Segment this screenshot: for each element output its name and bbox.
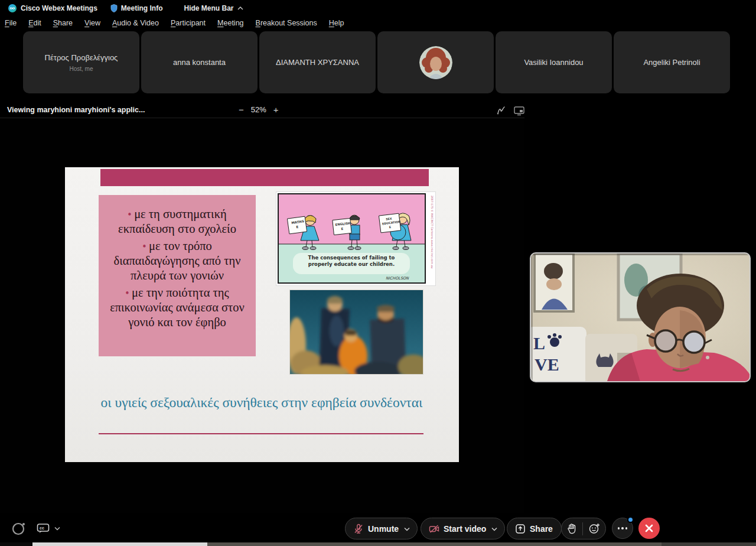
menu-bar: File Edit Share View Audio & Video Parti… [0, 16, 756, 30]
bullet-item: με τον τρόπο διαπαιδαγώγησης από την πλε… [102, 239, 252, 283]
microphone-muted-icon [353, 524, 364, 534]
svg-text:cc: cc [40, 526, 44, 530]
participant-filmstrip: Πέτρος Προβελέγγιος Host, me anna konsta… [23, 31, 730, 93]
chevron-down-icon[interactable] [404, 527, 410, 531]
zoom-controls: − 52% + [239, 105, 279, 115]
assistant-icon[interactable] [12, 521, 26, 535]
svg-text:VE: VE [535, 355, 559, 374]
unmute-label: Unmute [368, 524, 399, 534]
reactions-smiley-icon[interactable] [589, 523, 600, 534]
cartoon-image: MATHS E ENGLISH [276, 192, 435, 285]
cartoon-caption: The consequences of failing to properly … [296, 255, 406, 268]
picture-frame-left [535, 254, 573, 311]
participant-tile[interactable] [377, 31, 494, 93]
participant-name: anna konstanta [173, 58, 226, 67]
slide-heading: οι υγιείς σεξουαλικές συνήθειες στην εφη… [84, 394, 439, 412]
share-label: Share [530, 524, 553, 534]
viewing-bar: Viewing maryhioni maryhioni's applic... … [0, 103, 524, 118]
bullet-item: με τη συστηματική εκπαίδευση στο σχολείο [102, 207, 252, 236]
app-title: Cisco Webex Meetings [21, 4, 97, 12]
menu-breakout-sessions[interactable]: Breakout Sessions [250, 17, 323, 29]
cartoon-credit: 2007-175 © INKCINCT Cartoons www.inkcinc… [431, 196, 434, 268]
slide-title-banner [100, 169, 429, 186]
start-video-label: Start video [444, 524, 486, 534]
self-video-window[interactable]: L VE [530, 252, 751, 382]
cartoon-signature: NICHOLSON [386, 276, 409, 281]
chevron-down-icon[interactable] [491, 527, 497, 531]
taskbar-sliver [0, 542, 756, 546]
chevron-down-icon[interactable] [54, 526, 60, 531]
participant-tile[interactable]: ΔΙΑΜΑΝΤΗ ΧΡΥΣΑΝΝΑ [259, 31, 376, 93]
divider [582, 522, 583, 535]
notification-dot [627, 516, 634, 523]
meeting-control-bar: cc Unmute Start [0, 513, 756, 542]
love-pillow: L VE [531, 327, 586, 382]
share-button[interactable]: Share [507, 518, 562, 540]
ellipsis-icon [618, 527, 628, 529]
menu-meeting[interactable]: Meeting [211, 17, 249, 29]
participant-tile[interactable]: anna konstanta [141, 31, 258, 93]
annotate-icon[interactable] [496, 105, 507, 116]
webex-window: Cisco Webex Meetings Meeting Info Hide M… [0, 0, 756, 546]
shared-content-area: με τη συστηματική εκπαίδευση στο σχολείο… [0, 118, 524, 513]
slide-heading-underline [99, 433, 423, 434]
more-options-button[interactable] [612, 518, 633, 539]
menu-participant[interactable]: Participant [165, 17, 211, 29]
camera-off-icon [429, 524, 439, 534]
slide-bullet-box: με τη συστηματική εκπαίδευση στο σχολείο… [99, 195, 256, 356]
zoom-level[interactable]: 52% [251, 105, 266, 114]
menu-edit[interactable]: Edit [22, 17, 47, 29]
raise-hand-icon[interactable] [567, 523, 577, 534]
participant-tile-host[interactable]: Πέτρος Προβελέγγιος Host, me [23, 31, 139, 93]
menu-file[interactable]: File [0, 17, 22, 29]
leave-meeting-button[interactable] [638, 518, 660, 539]
reactions-pill [561, 518, 606, 540]
menu-share[interactable]: Share [47, 17, 79, 29]
hide-menu-bar-button[interactable]: Hide Menu Bar [184, 4, 234, 12]
presentation-slide: με τη συστηματική εκπαίδευση στο σχολείο… [65, 167, 459, 462]
zoom-out-button[interactable]: − [239, 105, 244, 115]
title-bar: Cisco Webex Meetings Meeting Info Hide M… [0, 0, 756, 16]
webex-logo-icon [8, 4, 17, 12]
unmute-button[interactable]: Unmute [345, 518, 418, 540]
participant-name: Πέτρος Προβελέγγιος [45, 53, 118, 62]
participant-name: Vasiliki Ioannidou [524, 58, 583, 67]
participant-name: Angeliki Petrinoli [643, 58, 700, 67]
svg-text:E: E [389, 226, 392, 229]
closed-captions-button[interactable]: cc [37, 523, 60, 534]
participant-tile[interactable]: Vasiliki Ioannidou [496, 31, 612, 93]
closed-captions-icon: cc [37, 523, 50, 534]
svg-text:L: L [533, 333, 545, 353]
family-painting-image [289, 290, 423, 375]
zoom-in-button[interactable]: + [273, 105, 279, 115]
menu-audio-video[interactable]: Audio & Video [106, 17, 165, 29]
participant-role: Host, me [69, 66, 93, 72]
participant-name: ΔΙΑΜΑΝΤΗ ΧΡΥΣΑΝΝΑ [276, 58, 359, 67]
start-video-button[interactable]: Start video [421, 518, 505, 540]
avatar [419, 46, 452, 79]
meeting-info-button[interactable]: Meeting Info [121, 4, 163, 12]
participant-tile[interactable]: Angeliki Petrinoli [614, 31, 730, 93]
menu-view[interactable]: View [79, 17, 106, 29]
share-screen-icon [515, 524, 526, 534]
meeting-info-shield-icon [110, 4, 118, 12]
remote-control-icon[interactable] [513, 105, 525, 116]
close-icon [644, 524, 654, 533]
menu-help[interactable]: Help [323, 17, 350, 29]
bullet-item: με την ποιότητα της επικοινωνίας ανάμεσα… [102, 285, 252, 330]
chevron-up-icon[interactable] [237, 6, 243, 11]
viewing-label: Viewing maryhioni maryhioni's applic... [7, 106, 145, 114]
